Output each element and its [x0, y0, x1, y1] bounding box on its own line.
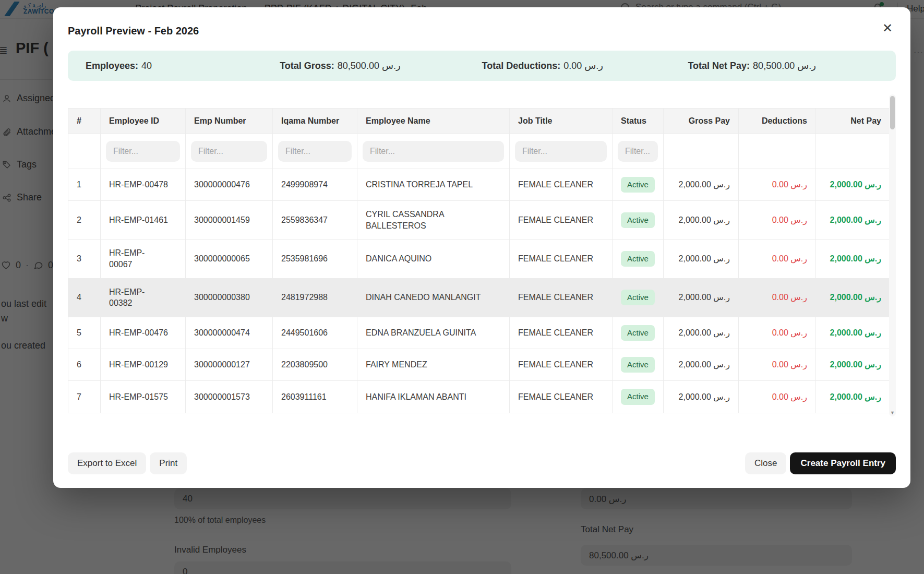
filter-input-iqama-number[interactable]: [278, 141, 352, 162]
cell-emp-number: 300000000474: [186, 317, 273, 349]
cell-status: Active: [613, 278, 664, 317]
table-row[interactable]: 4HR-EMP- 003823000000003802481972988DINA…: [68, 278, 890, 317]
cell-iqama-number: 2481972988: [273, 278, 357, 317]
column-header-job-title: Job Title: [510, 109, 613, 134]
filter-input-employee-name[interactable]: [363, 141, 504, 162]
cell-job-title: FEMALE CLEANER: [510, 317, 613, 349]
cell-employee-id: HR-EMP-01461: [101, 201, 186, 240]
table-row[interactable]: 2HR-EMP-014613000000014592559836347CYRIL…: [68, 201, 890, 240]
cell-iqama-number: 2449501606: [273, 317, 357, 349]
column-header-iqama-number: Iqama Number: [273, 109, 357, 134]
column-header-num: #: [68, 109, 101, 134]
cell-num: 2: [68, 201, 101, 240]
cell-job-title: FEMALE CLEANER: [510, 278, 613, 317]
cell-gross-pay: 2,000.00 ر.س: [664, 278, 739, 317]
cell-employee-name: DINAH CANEDO MANLANGIT: [357, 278, 510, 317]
cell-job-title: FEMALE CLEANER: [510, 201, 613, 240]
cell-job-title: FEMALE CLEANER: [510, 240, 613, 278]
modal-footer: Export to Excel Print Close Create Payro…: [68, 452, 896, 474]
create-payroll-entry-button[interactable]: Create Payroll Entry: [790, 452, 896, 474]
cell-net-pay: 2,000.00 ر.س: [816, 381, 890, 413]
payroll-table-zone: #Employee IDEmp NumberIqama NumberEmploy…: [68, 108, 896, 413]
filter-cell-status: [613, 134, 664, 169]
filter-cell-employee-id: [101, 134, 186, 169]
table-header-row: #Employee IDEmp NumberIqama NumberEmploy…: [68, 109, 890, 134]
cell-num: 4: [68, 278, 101, 317]
cell-emp-number: 300000000380: [186, 278, 273, 317]
filter-cell-gross-pay: [664, 134, 739, 169]
filter-input-job-title[interactable]: [515, 141, 607, 162]
cell-employee-id: HR-EMP-00478: [101, 169, 186, 201]
table-row[interactable]: 5HR-EMP-004763000000004742449501606EDNA …: [68, 317, 890, 349]
cell-net-pay: 2,000.00 ر.س: [816, 169, 890, 201]
summary-total-deductions-label: Total Deductions:: [482, 61, 560, 71]
column-header-net-pay: Net Pay: [816, 109, 890, 134]
cell-num: 6: [68, 349, 101, 381]
summary-total-gross-value: 80,500.00 ر.س: [338, 61, 401, 71]
column-header-deductions: Deductions: [739, 109, 816, 134]
cell-iqama-number: 2535981696: [273, 240, 357, 278]
filter-input-employee-id[interactable]: [106, 141, 180, 162]
summary-employees: Employees:40: [86, 61, 280, 71]
cell-status: Active: [613, 201, 664, 240]
status-badge: Active: [621, 357, 655, 373]
cell-deductions: 0.00 ر.س: [739, 169, 816, 201]
cell-deductions: 0.00 ر.س: [739, 317, 816, 349]
summary-total-net-pay-label: Total Net Pay:: [688, 61, 750, 71]
export-to-excel-button[interactable]: Export to Excel: [68, 452, 146, 474]
table-row[interactable]: 3HR-EMP- 000673000000000652535981696DANI…: [68, 240, 890, 278]
column-header-employee-name: Employee Name: [357, 109, 510, 134]
table-row[interactable]: 7HR-EMP-015753000000015732603911161HANIF…: [68, 381, 890, 413]
filter-cell-net-pay: [816, 134, 890, 169]
modal-title: Payroll Preview - Feb 2026: [68, 20, 199, 37]
cell-deductions: 0.00 ر.س: [739, 278, 816, 317]
cell-emp-number: 300000001459: [186, 201, 273, 240]
table-row[interactable]: 1HR-EMP-004783000000004762499908974CRIST…: [68, 169, 890, 201]
payroll-table-body: 1HR-EMP-004783000000004762499908974CRIST…: [68, 169, 890, 413]
cell-gross-pay: 2,000.00 ر.س: [664, 349, 739, 381]
cell-status: Active: [613, 169, 664, 201]
cell-employee-name: EDNA BRANZUELA GUINITA: [357, 317, 510, 349]
cell-iqama-number: 2499908974: [273, 169, 357, 201]
table-row[interactable]: 6HR-EMP-001293000000001272203809500FAIRY…: [68, 349, 890, 381]
filter-input-emp-number[interactable]: [191, 141, 267, 162]
summary-total-net-pay: Total Net Pay:80,500.00 ر.س: [688, 60, 878, 71]
cell-employee-id: HR-EMP-01575: [101, 381, 186, 413]
close-icon[interactable]: ✕: [879, 20, 896, 37]
status-badge: Active: [621, 290, 655, 305]
table-scrollbar[interactable]: ▼: [889, 94, 896, 416]
cell-job-title: FEMALE CLEANER: [510, 169, 613, 201]
cell-employee-id: HR-EMP-00476: [101, 317, 186, 349]
cell-net-pay: 2,000.00 ر.س: [816, 278, 890, 317]
cell-employee-name: CYRIL CASSANDRA BALLESTEROS: [357, 201, 510, 240]
status-badge: Active: [621, 212, 655, 228]
filter-cell-emp-number: [186, 134, 273, 169]
column-header-emp-number: Emp Number: [186, 109, 273, 134]
status-badge: Active: [621, 325, 655, 341]
cell-employee-id: HR-EMP-00129: [101, 349, 186, 381]
summary-total-gross-label: Total Gross:: [280, 61, 334, 71]
cell-gross-pay: 2,000.00 ر.س: [664, 381, 739, 413]
payroll-table: #Employee IDEmp NumberIqama NumberEmploy…: [68, 108, 890, 413]
close-button[interactable]: Close: [745, 452, 786, 474]
payroll-preview-modal: Payroll Preview - Feb 2026 ✕ Employees:4…: [53, 7, 910, 488]
cell-status: Active: [613, 317, 664, 349]
cell-employee-id: HR-EMP- 00067: [101, 240, 186, 278]
cell-num: 5: [68, 317, 101, 349]
cell-iqama-number: 2603911161: [273, 381, 357, 413]
print-button[interactable]: Print: [150, 452, 187, 474]
cell-deductions: 0.00 ر.س: [739, 240, 816, 278]
cell-emp-number: 300000000127: [186, 349, 273, 381]
cell-num: 7: [68, 381, 101, 413]
cell-status: Active: [613, 349, 664, 381]
filter-cell-iqama-number: [273, 134, 357, 169]
cell-net-pay: 2,000.00 ر.س: [816, 317, 890, 349]
scrollbar-down-arrow-icon[interactable]: ▼: [889, 410, 896, 415]
scrollbar-thumb[interactable]: [890, 96, 895, 129]
filter-input-status[interactable]: [618, 141, 658, 162]
column-header-employee-id: Employee ID: [101, 109, 186, 134]
cell-employee-name: CRISTINA TORREJA TAPEL: [357, 169, 510, 201]
filter-cell-job-title: [510, 134, 613, 169]
cell-gross-pay: 2,000.00 ر.س: [664, 201, 739, 240]
cell-emp-number: 300000000065: [186, 240, 273, 278]
